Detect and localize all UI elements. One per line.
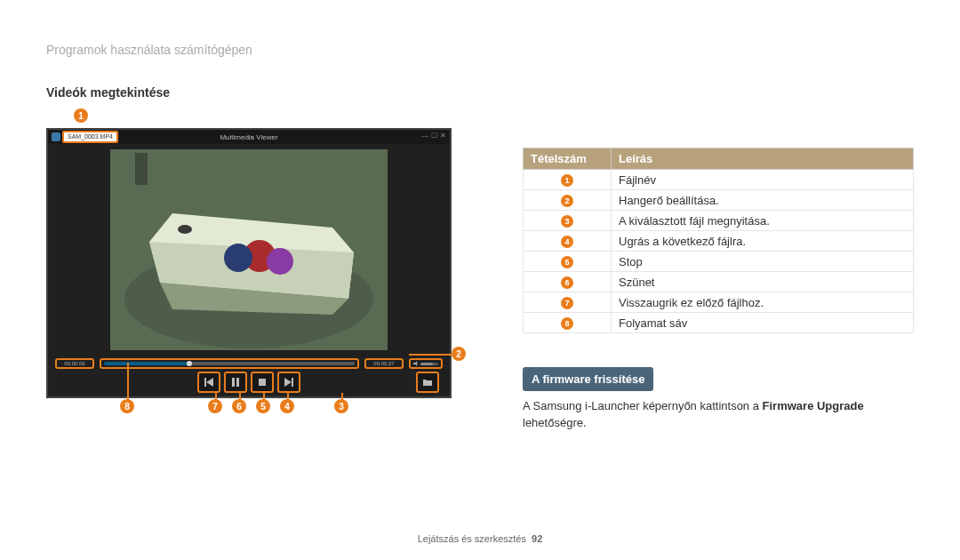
multimedia-viewer-window: SAM_0003.MP4 Multimedia Viewer — ☐ ✕	[46, 128, 452, 398]
video-canvas	[110, 149, 388, 350]
svg-rect-4	[135, 153, 148, 185]
callout-8: 8	[120, 399, 134, 413]
table-row: 3A kiválasztott fájl megnyitása.	[524, 211, 914, 231]
description-table: Tételszám Leírás 1Fájlnév 2Hangerő beáll…	[523, 148, 914, 333]
svg-rect-5	[204, 378, 206, 387]
filename-label: SAM_0003.MP4	[62, 131, 118, 143]
callout-6: 6	[232, 399, 246, 413]
firmware-heading: A firmware frissítése	[523, 367, 653, 391]
th-number: Tételszám	[524, 148, 612, 170]
section-title: Videók megtekintése	[46, 85, 914, 100]
maximize-icon[interactable]: ☐	[431, 132, 437, 140]
breadcrumb: Programok használata számítógépen	[46, 43, 914, 57]
svg-rect-7	[232, 378, 235, 387]
svg-rect-10	[292, 378, 293, 387]
callout-2: 2	[452, 347, 466, 361]
svg-rect-8	[236, 378, 239, 387]
stop-button[interactable]	[251, 372, 274, 393]
table-row: 4Ugrás a következő fájlra.	[524, 231, 914, 252]
callout-4: 4	[280, 399, 294, 413]
table-row: 7Visszaugrik ez előző fájlhoz.	[524, 292, 914, 313]
svg-point-2	[178, 225, 192, 234]
table-row: 5Stop	[524, 252, 914, 272]
time-total: 00:00:27	[364, 358, 404, 369]
table-row: 1Fájlnév	[524, 170, 914, 190]
viewer-title: Multimedia Viewer	[220, 133, 277, 141]
callout-7: 7	[208, 399, 222, 413]
time-elapsed: 00:00:09	[55, 358, 94, 369]
svg-rect-3	[110, 149, 388, 201]
svg-marker-11	[284, 378, 292, 387]
app-icon	[52, 132, 60, 141]
svg-rect-9	[259, 379, 266, 386]
volume-icon	[413, 361, 419, 366]
progress-bar[interactable]	[100, 358, 359, 369]
viewer-titlebar: SAM_0003.MP4 Multimedia Viewer — ☐ ✕	[48, 130, 450, 144]
table-row: 2Hangerő beállítása.	[524, 190, 914, 211]
volume-control[interactable]	[409, 358, 443, 369]
next-button[interactable]	[277, 372, 300, 393]
page-footer: Lejátszás és szerkesztés 92	[0, 533, 960, 544]
th-desc: Leírás	[612, 148, 914, 170]
table-row: 6Szünet	[524, 272, 914, 292]
svg-marker-6	[206, 378, 213, 387]
open-file-button[interactable]	[416, 372, 439, 393]
table-row: 8Folyamat sáv	[524, 313, 914, 333]
callout-5: 5	[256, 399, 270, 413]
firmware-text: A Samsung i-Launcher képernyőn kattintso…	[523, 398, 914, 432]
callout-3: 3	[334, 399, 348, 413]
pause-button[interactable]	[224, 372, 247, 393]
prev-button[interactable]	[197, 372, 220, 393]
minimize-icon[interactable]: —	[421, 132, 428, 140]
close-icon[interactable]: ✕	[440, 132, 446, 140]
